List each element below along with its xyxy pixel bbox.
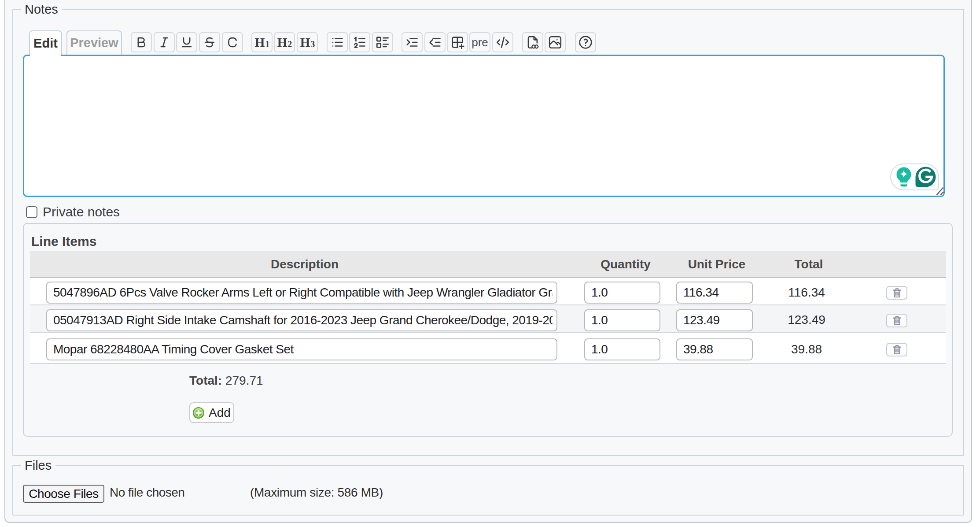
add-line-item-button[interactable]: Add [189, 402, 234, 423]
toolbar-preformatted-text-button[interactable]: pre [469, 32, 490, 52]
private-notes-label: Private notes [43, 204, 120, 219]
notes-textarea[interactable] [23, 55, 945, 197]
grammarly-lightbulb-icon [896, 167, 912, 187]
column-header-quantity: Quantity [601, 257, 651, 271]
heading-1-icon: H1 [255, 36, 269, 49]
indent-decrease-icon [427, 35, 442, 50]
column-header-total: Total [795, 257, 823, 271]
description-input[interactable] [46, 338, 557, 360]
ordered-list-icon [352, 35, 367, 50]
total-value: 279.71 [225, 374, 263, 387]
unit-price-input[interactable] [676, 309, 753, 331]
heading-3-icon: H3 [300, 36, 315, 49]
private-notes-checkbox[interactable] [26, 206, 37, 218]
toolbar-underline-button[interactable] [176, 32, 197, 52]
toolbar-wiki-link-file-button[interactable] [522, 32, 543, 52]
no-file-chosen-text: No file chosen [110, 486, 184, 500]
toolbar-table-plus-button[interactable] [447, 32, 468, 52]
delete-row-button[interactable] [886, 343, 907, 356]
unordered-list-icon [330, 35, 345, 50]
indent-increase-icon [405, 35, 420, 50]
description-input[interactable] [46, 282, 557, 304]
grammarly-g-logo [914, 165, 937, 189]
files-legend: Files [21, 456, 55, 475]
line-items-total: Total: 279.71 [189, 374, 263, 388]
delete-row-button[interactable] [886, 286, 907, 300]
heading-2-icon: H2 [277, 36, 292, 49]
trash-icon [891, 344, 903, 356]
grammarly-widget[interactable] [890, 163, 939, 190]
delete-row-button[interactable] [886, 314, 907, 327]
toolbar-image-button[interactable] [545, 32, 566, 52]
notes-legend: Notes [21, 0, 62, 19]
toolbar-unordered-list-button[interactable] [327, 32, 348, 52]
underline-icon [179, 35, 194, 50]
add-button-label: Add [209, 406, 231, 420]
add-plus-icon [192, 407, 205, 419]
image-icon [548, 35, 563, 50]
column-header-unit-price: Unit Price [688, 257, 746, 271]
toolbar-ordered-list-button[interactable] [349, 32, 370, 52]
toolbar-code-block-button[interactable] [492, 32, 513, 52]
row-total-value: 116.34 [788, 286, 825, 300]
description-input[interactable] [46, 309, 557, 331]
bold-icon [134, 35, 149, 50]
toolbar-letter-c-code-button[interactable] [222, 32, 243, 52]
column-header-description: Description [271, 257, 339, 271]
toolbar-definition-list-button[interactable] [372, 32, 393, 52]
toolbar-italic-button[interactable] [154, 32, 175, 52]
total-label: Total: [189, 374, 222, 387]
table-plus-icon [450, 35, 465, 50]
tab-edit[interactable]: Edit [29, 30, 62, 55]
toolbar-bold-button[interactable] [131, 32, 152, 52]
toolbar-indent-decrease-button[interactable] [424, 32, 446, 52]
choose-files-button[interactable]: Choose Files [23, 485, 104, 503]
quantity-input[interactable] [584, 282, 660, 304]
definition-list-icon [375, 35, 390, 50]
toolbar-strikethrough-button[interactable] [199, 32, 220, 52]
line-items-title: Line Items [31, 234, 96, 249]
max-size-text: (Maximum size: 586 MB) [250, 486, 383, 500]
row-total-value: 39.88 [791, 342, 822, 356]
toolbar-heading-1-button[interactable]: H1 [251, 32, 273, 52]
quantity-input[interactable] [584, 338, 660, 360]
letter-c-code-icon [225, 35, 240, 50]
page: Notes Edit Preview H1H2H3pre Private not… [0, 0, 980, 527]
toolbar-heading-2-button[interactable]: H2 [274, 32, 295, 52]
quantity-input[interactable] [584, 309, 660, 331]
help-icon [578, 35, 593, 50]
trash-icon [891, 315, 903, 327]
italic-icon [157, 35, 172, 50]
trash-icon [891, 287, 903, 299]
preformatted-text-icon: pre [472, 36, 488, 49]
unit-price-input[interactable] [676, 338, 753, 360]
wiki-link-file-icon [525, 35, 540, 50]
strikethrough-icon [202, 35, 217, 50]
tab-preview[interactable]: Preview [66, 30, 122, 55]
unit-price-input[interactable] [676, 282, 753, 304]
toolbar-indent-increase-button[interactable] [402, 32, 423, 52]
toolbar-heading-3-button[interactable]: H3 [297, 32, 318, 52]
code-block-icon [495, 35, 510, 50]
toolbar-help-button[interactable] [575, 32, 596, 52]
row-total-value: 123.49 [788, 313, 825, 327]
